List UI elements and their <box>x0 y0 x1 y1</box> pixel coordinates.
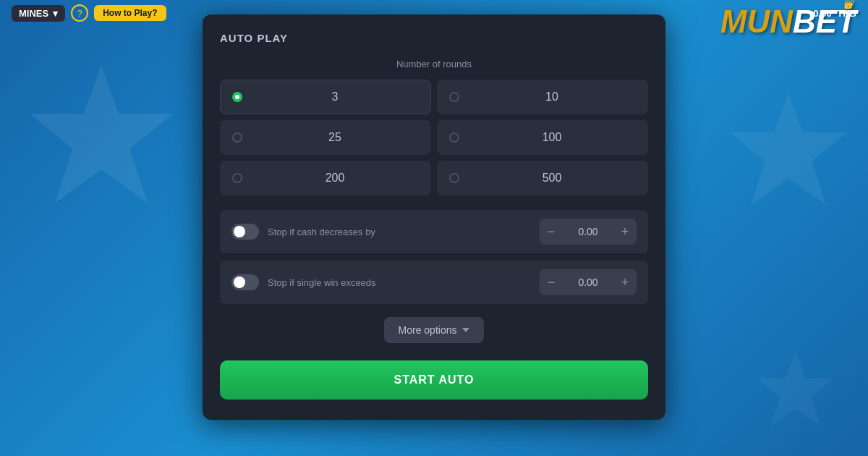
round-value-500: 500 <box>468 172 636 185</box>
stop-cash-increase-button[interactable]: + <box>613 219 637 245</box>
rounds-grid: 3 10 25 100 200 500 <box>220 80 648 195</box>
modal-backdrop: AUTO PLAY Number of rounds 3 10 25 100 <box>0 0 868 456</box>
round-option-100[interactable]: 100 <box>437 120 648 155</box>
round-radio-25 <box>232 132 242 143</box>
stop-win-value: 0.00 <box>563 276 613 288</box>
stop-cash-label: Stop if cash decreases by <box>268 227 531 237</box>
round-value-3: 3 <box>251 90 419 104</box>
round-value-100: 100 <box>468 131 636 144</box>
round-value-25: 25 <box>251 131 419 144</box>
stop-win-label: Stop if single win exceeds <box>268 277 531 288</box>
toggle-knob-win <box>234 276 245 288</box>
rounds-section-label: Number of rounds <box>220 59 648 69</box>
start-auto-button[interactable]: START AUTO <box>220 360 648 400</box>
round-option-10[interactable]: 10 <box>437 80 648 114</box>
round-radio-3 <box>232 92 242 102</box>
stop-win-increase-button[interactable]: + <box>613 269 637 295</box>
round-radio-10 <box>449 92 459 102</box>
stop-cash-value: 0.00 <box>563 226 613 237</box>
more-options-label: More options <box>399 324 457 336</box>
stop-win-row: Stop if single win exceeds − 0.00 + <box>220 261 648 304</box>
round-option-200[interactable]: 200 <box>220 161 431 195</box>
stop-win-amount-control: − 0.00 + <box>540 269 637 295</box>
stop-cash-amount-control: − 0.00 + <box>540 219 637 245</box>
round-radio-200 <box>232 173 242 183</box>
stop-cash-decrease-button[interactable]: − <box>540 219 563 245</box>
round-radio-100 <box>449 132 459 143</box>
auto-play-modal: AUTO PLAY Number of rounds 3 10 25 100 <box>203 14 665 420</box>
round-value-200: 200 <box>251 172 419 185</box>
more-options-container: More options <box>220 317 648 343</box>
round-option-3[interactable]: 3 <box>220 80 431 114</box>
stop-cash-row: Stop if cash decreases by − 0.00 + <box>220 210 648 253</box>
stop-win-decrease-button[interactable]: − <box>540 269 563 295</box>
toggle-knob-cash <box>234 226 245 237</box>
modal-title: AUTO PLAY <box>220 32 648 44</box>
more-options-button[interactable]: More options <box>384 317 485 343</box>
round-radio-500 <box>449 173 459 183</box>
round-value-10: 10 <box>468 90 636 104</box>
stop-cash-toggle[interactable] <box>231 224 259 240</box>
chevron-down-icon <box>462 328 469 332</box>
stop-win-toggle[interactable] <box>231 274 259 290</box>
round-option-25[interactable]: 25 <box>220 120 431 155</box>
round-option-500[interactable]: 500 <box>437 161 648 195</box>
